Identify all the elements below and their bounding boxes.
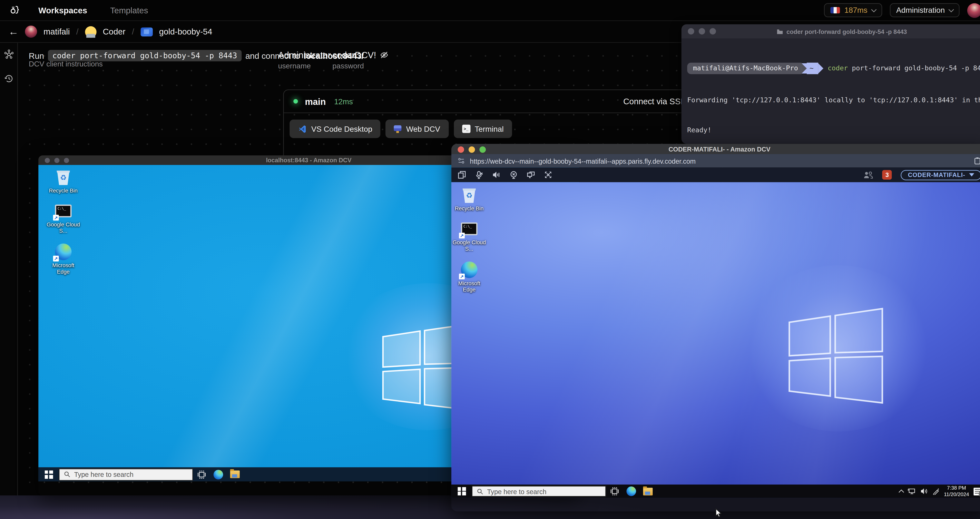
port-forward-command[interactable]: coder port-forward gold-booby-54 -p 8443 <box>48 50 242 61</box>
password-value[interactable]: coderDCV! <box>332 50 376 60</box>
multi-monitor-icon[interactable] <box>527 171 535 179</box>
back-arrow-icon[interactable]: ← <box>8 27 18 37</box>
close-button[interactable] <box>458 146 464 153</box>
dcv-monitor-icon <box>394 125 402 133</box>
taskbar-file-explorer-button[interactable] <box>226 467 243 481</box>
search-input[interactable] <box>74 470 180 478</box>
vscode-desktop-button[interactable]: VS Code Desktop <box>290 119 380 138</box>
terminal-icon: >_ <box>462 125 470 133</box>
dcv-front-title: CODER-MATIFALI- - Amazon DCV <box>668 145 770 153</box>
eye-off-icon[interactable] <box>380 51 389 60</box>
coder-logo-icon[interactable] <box>9 5 21 16</box>
start-button[interactable] <box>38 467 59 481</box>
agent-name: main <box>305 96 326 107</box>
minimize-button[interactable] <box>54 158 59 163</box>
system-tray: 7:38 PM 11/20/2024 1 <box>899 485 980 498</box>
network-icon[interactable] <box>907 488 916 495</box>
shortcut-arrow-badge: ↗ <box>53 255 59 261</box>
minimize-button[interactable] <box>699 28 705 35</box>
terminal-window[interactable]: coder port-forward gold-booby-54 -p 8443… <box>681 24 980 144</box>
terminal-output[interactable]: matifali@Atifs-MacBook-Pro~coder port-fo… <box>681 38 980 144</box>
shortcut-arrow-badge: ↗ <box>53 215 59 220</box>
taskbar-edge-button[interactable] <box>210 467 226 481</box>
volume-icon[interactable] <box>920 488 928 495</box>
site-settings-icon[interactable] <box>458 157 465 164</box>
history-icon[interactable] <box>3 73 14 84</box>
task-view-button[interactable] <box>193 467 210 481</box>
workspace-thumbnail <box>140 27 153 36</box>
zoom-button[interactable] <box>710 28 716 35</box>
powerline-arrow-icon <box>818 63 823 73</box>
taskbar-clock[interactable]: 7:38 PM 11/20/2024 <box>944 485 969 498</box>
edge-logo-icon <box>626 486 636 496</box>
zoom-button[interactable] <box>479 146 486 153</box>
url-bar[interactable]: https://web-dcv--main--gold-booby-54--ma… <box>452 154 980 167</box>
fullscreen-icon[interactable] <box>544 171 552 179</box>
task-view-button[interactable] <box>606 484 623 498</box>
nav-templates[interactable]: Templates <box>110 5 148 15</box>
france-flag-icon <box>830 7 840 14</box>
administration-button[interactable]: Administration <box>890 3 959 17</box>
nav-workspaces[interactable]: Workspaces <box>38 5 87 15</box>
microphone-muted-icon[interactable] <box>475 171 483 179</box>
dcv-front-titlebar[interactable]: CODER-MATIFALI- - Amazon DCV <box>452 144 980 154</box>
desktop-icon-microsoft-edge[interactable]: ↗ Microsoft Edge <box>452 261 488 293</box>
desktop-icon-microsoft-edge[interactable]: ↗ Microsoft Edge <box>45 243 82 275</box>
dcv-window-coder-matifali[interactable]: CODER-MATIFALI- - Amazon DCV https://web… <box>452 144 980 511</box>
breadcrumb-user[interactable]: matifali <box>43 27 70 37</box>
desktop-icon-google-cloud[interactable]: C:\_ ↗ Google Cloud S... <box>452 220 488 252</box>
tray-expand-icon[interactable] <box>898 490 904 495</box>
password-label: password <box>332 62 389 70</box>
dropdown-triangle-icon <box>969 173 974 177</box>
clipboard-icon[interactable] <box>974 157 980 165</box>
webcam-off-icon[interactable] <box>509 171 518 179</box>
taskbar-file-explorer-button[interactable] <box>639 484 656 498</box>
close-button[interactable] <box>688 28 694 35</box>
speaker-icon[interactable] <box>492 171 500 179</box>
action-center-icon[interactable]: 1 <box>974 487 980 495</box>
chevron-down-icon <box>948 6 954 12</box>
prompt-host-segment: matifali@Atifs-MacBook-Pro <box>687 63 802 74</box>
dcv-client-instructions-link[interactable]: DCV client instructions <box>29 60 103 68</box>
recycle-bin-icon: ♻ <box>55 168 72 186</box>
desktop-icon-recycle-bin[interactable]: ♻ Recycle Bin <box>45 168 82 194</box>
dcv-toolbar: 3 CODER-MATIFALI- <box>452 167 980 182</box>
username-value[interactable]: Administrator <box>278 50 331 60</box>
windows-desktop-front[interactable]: ♻ Recycle Bin C:\_ ↗ Google Cloud S... <box>452 182 980 498</box>
taskbar-search-front[interactable] <box>472 486 606 497</box>
windows-taskbar-front[interactable]: 7:38 PM 11/20/2024 1 <box>452 484 980 498</box>
clipboard-copy-icon[interactable] <box>458 171 466 179</box>
prompt-path-segment: ~ <box>807 63 818 74</box>
close-button[interactable] <box>45 158 50 163</box>
search-input[interactable] <box>487 487 592 495</box>
agent-status-dot <box>293 99 298 103</box>
breadcrumb-template[interactable]: Coder <box>103 27 126 37</box>
viewer-count-badge[interactable]: 3 <box>882 170 892 180</box>
collaborators-icon[interactable] <box>864 171 873 179</box>
breadcrumb-workspace[interactable]: gold-booby-54 <box>159 27 212 37</box>
forwarding-line: Forwarding 'tcp://127.0.0.1:8443' locall… <box>687 95 980 105</box>
powerline-arrow-icon <box>802 63 807 73</box>
session-dropdown-button[interactable]: CODER-MATIFALI- <box>901 170 980 180</box>
password-credential: coderDCV! password <box>332 50 389 70</box>
username-label: username <box>278 62 331 70</box>
user-avatar[interactable] <box>967 3 980 18</box>
web-dcv-button[interactable]: Web DCV <box>386 119 449 138</box>
taskbar-search-back[interactable] <box>59 468 193 481</box>
svg-text:♻: ♻ <box>466 191 473 199</box>
ready-line: Ready! <box>687 126 980 135</box>
terminal-titlebar[interactable]: coder port-forward gold-booby-54 -p 8443 <box>681 24 980 38</box>
taskbar-edge-button[interactable] <box>623 484 640 498</box>
start-button[interactable] <box>452 484 472 498</box>
resources-icon[interactable] <box>3 49 14 59</box>
zoom-button[interactable] <box>64 158 69 163</box>
pen-icon[interactable] <box>932 488 939 495</box>
command-name: coder <box>828 63 848 73</box>
minimize-button[interactable] <box>469 146 475 153</box>
desktop-icon-recycle-bin[interactable]: ♻ Recycle Bin <box>452 186 488 212</box>
url-text[interactable]: https://web-dcv--main--gold-booby-54--ma… <box>470 157 695 165</box>
terminal-button[interactable]: >_ Terminal <box>453 119 512 138</box>
desktop-icon-google-cloud[interactable]: C:\_ ↗ Google Cloud S... <box>45 202 82 234</box>
edge-logo-icon <box>213 470 223 479</box>
latency-pill[interactable]: 187ms <box>824 3 882 17</box>
